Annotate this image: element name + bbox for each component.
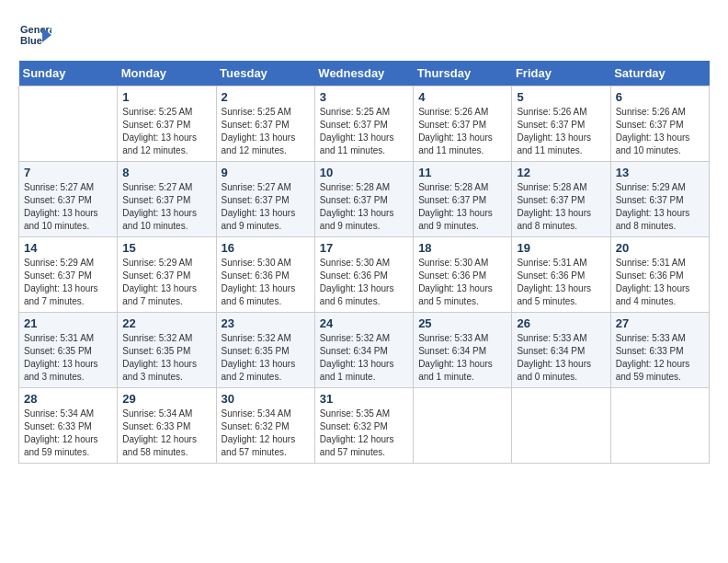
day-number: 29: [122, 392, 210, 406]
day-info: Sunrise: 5:30 AM Sunset: 6:36 PM Dayligh…: [320, 257, 408, 308]
calendar-cell: 19Sunrise: 5:31 AM Sunset: 6:36 PM Dayli…: [512, 237, 610, 313]
day-info: Sunrise: 5:31 AM Sunset: 6:35 PM Dayligh…: [24, 332, 112, 384]
day-number: 17: [320, 241, 408, 255]
day-header-tuesday: Tuesday: [216, 61, 314, 86]
day-info: Sunrise: 5:29 AM Sunset: 6:37 PM Dayligh…: [122, 257, 210, 308]
calendar-cell: 11Sunrise: 5:28 AM Sunset: 6:37 PM Dayli…: [414, 162, 512, 237]
logo: General Blue: [18, 18, 55, 52]
day-number: 3: [320, 90, 408, 104]
day-header-saturday: Saturday: [610, 61, 709, 86]
day-number: 20: [616, 241, 704, 255]
calendar-cell: 10Sunrise: 5:28 AM Sunset: 6:37 PM Dayli…: [314, 162, 413, 237]
day-number: 30: [222, 392, 310, 406]
day-info: Sunrise: 5:34 AM Sunset: 6:33 PM Dayligh…: [122, 408, 210, 459]
calendar-cell: 5Sunrise: 5:26 AM Sunset: 6:37 PM Daylig…: [512, 86, 610, 162]
day-info: Sunrise: 5:30 AM Sunset: 6:36 PM Dayligh…: [418, 257, 506, 308]
calendar-cell: 17Sunrise: 5:30 AM Sunset: 6:36 PM Dayli…: [314, 237, 413, 313]
day-number: 6: [616, 90, 704, 104]
calendar-cell: 7Sunrise: 5:27 AM Sunset: 6:37 PM Daylig…: [19, 162, 118, 237]
day-info: Sunrise: 5:28 AM Sunset: 6:37 PM Dayligh…: [320, 181, 408, 233]
calendar-cell: 27Sunrise: 5:33 AM Sunset: 6:33 PM Dayli…: [610, 313, 709, 388]
day-info: Sunrise: 5:29 AM Sunset: 6:37 PM Dayligh…: [24, 257, 112, 308]
calendar-cell: 6Sunrise: 5:26 AM Sunset: 6:37 PM Daylig…: [610, 86, 709, 162]
day-number: 13: [616, 166, 704, 179]
calendar-cell: 16Sunrise: 5:30 AM Sunset: 6:36 PM Dayli…: [216, 237, 314, 313]
day-info: Sunrise: 5:27 AM Sunset: 6:37 PM Dayligh…: [222, 181, 310, 233]
calendar-cell: 20Sunrise: 5:31 AM Sunset: 6:36 PM Dayli…: [610, 237, 709, 313]
calendar-week-row: 21Sunrise: 5:31 AM Sunset: 6:35 PM Dayli…: [19, 313, 710, 388]
day-info: Sunrise: 5:28 AM Sunset: 6:37 PM Dayligh…: [517, 181, 605, 233]
calendar-cell: 22Sunrise: 5:32 AM Sunset: 6:35 PM Dayli…: [118, 313, 216, 388]
calendar-cell: 26Sunrise: 5:33 AM Sunset: 6:34 PM Dayli…: [512, 313, 610, 388]
day-header-monday: Monday: [118, 61, 216, 86]
calendar-cell: [19, 86, 118, 162]
calendar-cell: 2Sunrise: 5:25 AM Sunset: 6:37 PM Daylig…: [216, 86, 314, 162]
day-number: 18: [418, 241, 506, 255]
page-header: General Blue: [18, 18, 710, 52]
calendar-cell: 31Sunrise: 5:35 AM Sunset: 6:32 PM Dayli…: [314, 388, 413, 464]
day-number: 19: [517, 241, 605, 255]
day-number: 1: [122, 90, 210, 104]
day-info: Sunrise: 5:32 AM Sunset: 6:34 PM Dayligh…: [320, 332, 408, 384]
day-info: Sunrise: 5:28 AM Sunset: 6:37 PM Dayligh…: [418, 181, 506, 233]
day-number: 22: [122, 316, 210, 330]
day-info: Sunrise: 5:31 AM Sunset: 6:36 PM Dayligh…: [616, 257, 704, 308]
day-number: 31: [320, 392, 408, 406]
day-info: Sunrise: 5:25 AM Sunset: 6:37 PM Dayligh…: [122, 106, 210, 157]
day-number: 24: [320, 316, 408, 330]
calendar-cell: 9Sunrise: 5:27 AM Sunset: 6:37 PM Daylig…: [216, 162, 314, 237]
day-info: Sunrise: 5:35 AM Sunset: 6:32 PM Dayligh…: [320, 408, 408, 459]
calendar-cell: 13Sunrise: 5:29 AM Sunset: 6:37 PM Dayli…: [610, 162, 709, 237]
day-info: Sunrise: 5:30 AM Sunset: 6:36 PM Dayligh…: [222, 257, 310, 308]
calendar-cell: 28Sunrise: 5:34 AM Sunset: 6:33 PM Dayli…: [19, 388, 118, 464]
calendar-cell: 18Sunrise: 5:30 AM Sunset: 6:36 PM Dayli…: [414, 237, 512, 313]
day-number: 26: [517, 316, 605, 330]
calendar-cell: 4Sunrise: 5:26 AM Sunset: 6:37 PM Daylig…: [414, 86, 512, 162]
calendar-cell: [610, 388, 709, 464]
day-number: 8: [122, 166, 210, 179]
day-number: 2: [222, 90, 310, 104]
day-info: Sunrise: 5:32 AM Sunset: 6:35 PM Dayligh…: [122, 332, 210, 384]
day-number: 5: [517, 90, 605, 104]
day-number: 12: [517, 166, 605, 179]
day-number: 9: [222, 166, 310, 179]
day-header-friday: Friday: [512, 61, 610, 86]
calendar-cell: 15Sunrise: 5:29 AM Sunset: 6:37 PM Dayli…: [118, 237, 216, 313]
day-number: 16: [222, 241, 310, 255]
day-number: 23: [222, 316, 310, 330]
calendar-header-row: SundayMondayTuesdayWednesdayThursdayFrid…: [19, 61, 710, 86]
calendar-week-row: 1Sunrise: 5:25 AM Sunset: 6:37 PM Daylig…: [19, 86, 710, 162]
day-number: 21: [24, 316, 112, 330]
calendar-week-row: 14Sunrise: 5:29 AM Sunset: 6:37 PM Dayli…: [19, 237, 710, 313]
day-header-thursday: Thursday: [414, 61, 512, 86]
calendar-table: SundayMondayTuesdayWednesdayThursdayFrid…: [18, 61, 710, 464]
calendar-cell: 24Sunrise: 5:32 AM Sunset: 6:34 PM Dayli…: [314, 313, 413, 388]
day-number: 11: [418, 166, 506, 179]
day-number: 10: [320, 166, 408, 179]
day-number: 7: [24, 166, 112, 179]
calendar-cell: 12Sunrise: 5:28 AM Sunset: 6:37 PM Dayli…: [512, 162, 610, 237]
day-number: 15: [122, 241, 210, 255]
day-info: Sunrise: 5:25 AM Sunset: 6:37 PM Dayligh…: [222, 106, 310, 157]
day-info: Sunrise: 5:32 AM Sunset: 6:35 PM Dayligh…: [222, 332, 310, 384]
day-info: Sunrise: 5:34 AM Sunset: 6:32 PM Dayligh…: [222, 408, 310, 459]
day-number: 27: [616, 316, 704, 330]
day-header-sunday: Sunday: [19, 61, 118, 86]
calendar-cell: 23Sunrise: 5:32 AM Sunset: 6:35 PM Dayli…: [216, 313, 314, 388]
calendar-cell: 29Sunrise: 5:34 AM Sunset: 6:33 PM Dayli…: [118, 388, 216, 464]
calendar-cell: 3Sunrise: 5:25 AM Sunset: 6:37 PM Daylig…: [314, 86, 413, 162]
day-number: 25: [418, 316, 506, 330]
day-info: Sunrise: 5:25 AM Sunset: 6:37 PM Dayligh…: [320, 106, 408, 157]
day-number: 14: [24, 241, 112, 255]
calendar-cell: 1Sunrise: 5:25 AM Sunset: 6:37 PM Daylig…: [118, 86, 216, 162]
day-header-wednesday: Wednesday: [314, 61, 413, 86]
day-info: Sunrise: 5:34 AM Sunset: 6:33 PM Dayligh…: [24, 408, 112, 459]
calendar-week-row: 7Sunrise: 5:27 AM Sunset: 6:37 PM Daylig…: [19, 162, 710, 237]
day-number: 28: [24, 392, 112, 406]
calendar-cell: 30Sunrise: 5:34 AM Sunset: 6:32 PM Dayli…: [216, 388, 314, 464]
day-info: Sunrise: 5:26 AM Sunset: 6:37 PM Dayligh…: [418, 106, 506, 157]
day-info: Sunrise: 5:27 AM Sunset: 6:37 PM Dayligh…: [122, 181, 210, 233]
calendar-cell: 8Sunrise: 5:27 AM Sunset: 6:37 PM Daylig…: [118, 162, 216, 237]
day-info: Sunrise: 5:31 AM Sunset: 6:36 PM Dayligh…: [517, 257, 605, 308]
calendar-cell: 25Sunrise: 5:33 AM Sunset: 6:34 PM Dayli…: [414, 313, 512, 388]
